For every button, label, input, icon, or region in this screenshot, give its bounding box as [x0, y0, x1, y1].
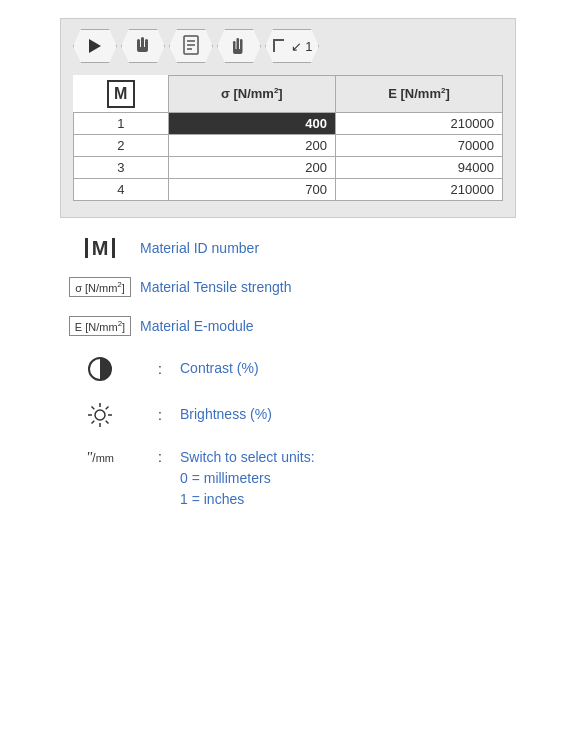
m-column-header: M: [74, 76, 169, 113]
m-box-header: M: [107, 80, 135, 108]
units-legend-desc: Switch to select units: 0 = millimeters …: [180, 447, 315, 510]
e-legend-symbol: E [N/mm2]: [69, 316, 131, 336]
legend-section: M Material ID number σ [N/mm2] Material …: [0, 218, 576, 538]
contrast-icon: [86, 355, 114, 383]
toolbar: ↙ 1: [73, 29, 503, 63]
e-legend-icon: E [N/mm2]: [60, 316, 140, 336]
svg-marker-0: [89, 39, 101, 53]
main-panel: ↙ 1 M σ [N/mm2] E [N/mm2] 1 400 210000: [60, 18, 516, 218]
brightness-legend-desc: Brightness (%): [180, 404, 272, 425]
e-value-2: 70000: [336, 134, 503, 156]
e-column-header: E [N/mm2]: [336, 76, 503, 113]
contrast-legend-desc: Contrast (%): [180, 358, 259, 379]
svg-line-22: [92, 420, 95, 423]
svg-line-20: [106, 420, 109, 423]
svg-line-19: [92, 406, 95, 409]
brightness-colon: :: [140, 407, 180, 423]
brightness-icon: [86, 401, 114, 429]
contrast-icon-container: [60, 355, 140, 383]
table-row: 4 700 210000: [74, 178, 503, 200]
sigma-legend-symbol: σ [N/mm2]: [69, 277, 131, 297]
sigma-value-3: 200: [168, 156, 335, 178]
hand-icon: [229, 35, 249, 57]
m-legend-row: M Material ID number: [60, 238, 516, 259]
sigma-value-1: 400: [168, 112, 335, 134]
corner-toolbar-btn[interactable]: ↙ 1: [265, 29, 319, 63]
sigma-value-4: 700: [168, 178, 335, 200]
units-colon: :: [140, 449, 180, 465]
corner-icon: [272, 38, 288, 54]
m-legend-symbol: M: [85, 238, 116, 258]
contrast-legend-row: : Contrast (%): [60, 355, 516, 383]
document-icon: [181, 35, 201, 57]
toolbar-badge-number: ↙ 1: [291, 39, 313, 54]
material-table: M σ [N/mm2] E [N/mm2] 1 400 210000 2 200…: [73, 75, 503, 201]
document-toolbar-btn[interactable]: [169, 29, 213, 63]
row-id-2: 2: [74, 134, 169, 156]
units-icon: "/mm: [86, 449, 114, 466]
hand-wave-icon: [132, 35, 154, 57]
brightness-legend-row: : Brightness (%): [60, 401, 516, 429]
m-legend-desc: Material ID number: [140, 238, 259, 259]
hand-toolbar-btn[interactable]: [217, 29, 261, 63]
brightness-icon-container: [60, 401, 140, 429]
sigma-legend-icon: σ [N/mm2]: [60, 277, 140, 297]
table-row: 2 200 70000: [74, 134, 503, 156]
row-id-3: 3: [74, 156, 169, 178]
svg-rect-4: [137, 47, 148, 52]
contrast-colon: :: [140, 361, 180, 377]
table-row: 3 200 94000: [74, 156, 503, 178]
e-value-4: 210000: [336, 178, 503, 200]
e-legend-row: E [N/mm2] Material E-module: [60, 316, 516, 337]
sigma-value-2: 200: [168, 134, 335, 156]
row-id-1: 1: [74, 112, 169, 134]
e-value-1: 210000: [336, 112, 503, 134]
units-legend-row: "/mm : Switch to select units: 0 = milli…: [60, 447, 516, 510]
units-icon-container: "/mm: [60, 449, 140, 466]
svg-point-14: [95, 410, 105, 420]
arrow-toolbar-btn[interactable]: [73, 29, 117, 63]
table-row: 1 400 210000: [74, 112, 503, 134]
sigma-legend-row: σ [N/mm2] Material Tensile strength: [60, 277, 516, 298]
sigma-legend-desc: Material Tensile strength: [140, 277, 291, 298]
svg-line-21: [106, 406, 109, 409]
sigma-column-header: σ [N/mm2]: [168, 76, 335, 113]
arrow-icon: [85, 36, 105, 56]
row-id-4: 4: [74, 178, 169, 200]
svg-rect-12: [233, 49, 243, 54]
e-legend-desc: Material E-module: [140, 316, 254, 337]
e-value-3: 94000: [336, 156, 503, 178]
hand-wave-toolbar-btn[interactable]: [121, 29, 165, 63]
m-legend-icon: M: [60, 238, 140, 258]
